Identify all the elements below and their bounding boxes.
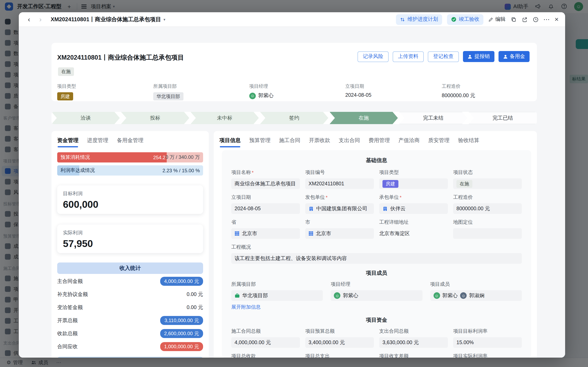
tab[interactable]: 产值洽商 <box>398 137 420 144</box>
fund-value-input[interactable]: 4,000,000.00 元 <box>231 337 300 348</box>
project-code-input[interactable]: XM2024110801 <box>305 178 374 189</box>
funds-grid: 施工合同总额 4,000,000.00 元 项目预算总额 3,400,000.0… <box>231 328 522 358</box>
stage-step[interactable]: 签约 <box>260 112 328 124</box>
dept-value: 华北项目部 <box>242 292 268 299</box>
tab[interactable]: 进度管理 <box>87 137 108 144</box>
tab[interactable]: 项目信息 <box>219 137 241 144</box>
summary-field-dept: 所属项目部 华北项目部 <box>153 83 245 100</box>
stage-step[interactable]: 投标 <box>121 112 189 124</box>
field-label: 项目经理 <box>249 83 341 89</box>
amount-label: 主合同金额 <box>57 278 83 285</box>
project-cost-input[interactable]: 8000000.00 元 <box>453 203 522 214</box>
person-icon <box>468 54 472 59</box>
modal-title-text: XM2024110801丨商业综合体施工总承包项目 <box>51 16 161 23</box>
map-location-input[interactable] <box>453 228 522 239</box>
edit-button[interactable]: 编辑 <box>488 16 505 23</box>
next-record-button[interactable]: › <box>37 16 44 23</box>
tab[interactable]: 资金管理 <box>57 137 78 144</box>
close-icon[interactable]: × <box>554 16 559 23</box>
manager-input[interactable]: ☺ 郭紫心 <box>331 290 423 301</box>
stage-step[interactable]: 完工已结 <box>469 112 537 124</box>
record-risk-button[interactable]: 记录风险 <box>358 51 389 62</box>
funds-panel-tabs: 资金管理进度管理备用金管理 <box>57 134 205 147</box>
stage-step[interactable]: 未中标 <box>191 112 259 124</box>
contractor-org-input[interactable]: 伙伴云 <box>379 203 448 214</box>
address-value[interactable]: 北京市海淀区 <box>379 228 448 239</box>
members-input[interactable]: ☺ 郭紫心 ☺ 郭淑娴 <box>430 290 522 301</box>
project-overview-input[interactable]: 该工程主要包括土建工程、设备安装和调试等内容 <box>231 253 522 264</box>
amount-row: 合同应收 1,000,000.00 元 <box>57 340 203 353</box>
completion-acceptance-button[interactable]: 竣工验收 <box>447 14 483 25</box>
member-name: 郭淑娴 <box>469 292 485 299</box>
tab[interactable]: 预算管理 <box>249 137 271 144</box>
tab[interactable]: 施工合同 <box>279 137 300 144</box>
tab[interactable]: 质安管理 <box>428 137 450 144</box>
owner-org-value: 中国建筑集团有限公司 <box>316 205 367 212</box>
project-info-tabs: 项目信息预算管理施工合同开票收款支出合同费用管理产值洽商质安管理验收结算 <box>219 134 533 147</box>
reserve-fund-button[interactable]: 备用金 <box>498 51 529 62</box>
tab-label: 进度管理 <box>87 137 108 143</box>
profit-bar-value: 2.23 % / 15.00 % <box>162 165 200 175</box>
fund-value-input[interactable]: 15.00% <box>453 337 522 348</box>
section-title-members: 项目成员 <box>231 269 522 277</box>
fund-value-input[interactable]: 3,630,000.00 元 <box>379 337 448 348</box>
summary-field-manager: 项目经理 ☺ 郭紫心 <box>249 83 341 99</box>
income-stats-button[interactable]: 收入统计 <box>57 262 203 274</box>
share-icon[interactable] <box>521 16 528 23</box>
app-root: 开发工作区-工程型 + 项目档案 ▾ AI助手 ☺ <box>0 0 588 367</box>
actual-profit-card: 实际利润 57,950 <box>57 225 203 253</box>
maintain-schedule-button[interactable]: 维护进度计划 <box>396 14 442 25</box>
expand-extra-info-link[interactable]: 展开附加信息 <box>231 304 323 311</box>
field-project-code: 项目编号 XM2024110801 <box>305 169 374 189</box>
amount-row: 收款总额 2,600,000.00 元 <box>57 327 203 340</box>
expense-stats-button-peek[interactable] <box>57 357 203 358</box>
stage-step[interactable]: 洽谈 <box>51 112 120 124</box>
field-manager: 项目经理 ☺ 郭紫心 <box>331 281 423 311</box>
prev-record-button[interactable]: ‹ <box>25 16 33 23</box>
register-inspection-button[interactable]: 登记检查 <box>428 51 459 62</box>
field-dept: 所属项目部 华北项目部 展开附加信息 <box>231 281 323 311</box>
grid-icon <box>308 231 313 236</box>
project-type-input[interactable]: 房建 <box>379 178 448 189</box>
budget-bar-label: 预算消耗情况 <box>60 152 90 162</box>
fund-field: 施工合同总额 4,000,000.00 元 <box>231 328 300 348</box>
province-input[interactable]: 北京市 <box>231 228 300 239</box>
chevron-down-icon[interactable]: ▾ <box>163 17 165 21</box>
upload-docs-button[interactable]: 上传资料 <box>393 51 424 62</box>
contractor-org-value: 伙伴云 <box>390 205 406 212</box>
stage-step[interactable]: 完工未结 <box>399 112 467 124</box>
start-date-input[interactable]: 2024-08-05 <box>231 203 300 214</box>
project-info-panel: 项目信息预算管理施工合同开票收款支出合同费用管理产值洽商质安管理验收结算 基础信… <box>214 131 537 358</box>
dept-input[interactable]: 华北项目部 <box>231 290 323 301</box>
briefcase-icon <box>235 293 240 298</box>
tab[interactable]: 支出合同 <box>339 137 360 144</box>
fund-label: 项目总支出 <box>305 353 330 358</box>
project-name-input[interactable]: 商业综合体施工总承包项目 <box>231 178 300 189</box>
fund-label: 支出合同总额 <box>379 328 409 335</box>
field-project-overview: 工程概况 该工程主要包括土建工程、设备安装和调试等内容 <box>231 244 522 264</box>
stage-step-label: 投标 <box>150 115 160 121</box>
target-profit-label: 目标利润 <box>63 190 197 197</box>
fund-value-input[interactable]: 3,400,000.00 元 <box>305 337 374 348</box>
project-status-badge: 在施 <box>456 180 472 188</box>
tab[interactable]: 开票收款 <box>309 137 330 144</box>
project-status-input[interactable]: 在施 <box>453 178 522 189</box>
project-info-form: 基础信息 项目名称* 商业综合体施工总承包项目 项目编号 XM202411080… <box>222 150 531 358</box>
city-input[interactable]: 北京市 <box>305 228 374 239</box>
copy-icon[interactable] <box>510 16 517 23</box>
field-project-cost: 工程造价 8000000.00 元 <box>453 194 522 214</box>
more-icon[interactable]: ⋯ <box>544 16 550 23</box>
tab[interactable]: 费用管理 <box>369 137 390 144</box>
fund-field: 支出合同总额 3,630,000.00 元 <box>379 328 448 348</box>
field-label: 所属项目部 <box>153 83 245 89</box>
tab[interactable]: 验收结算 <box>458 137 479 144</box>
stage-step[interactable]: 在施 <box>330 112 398 124</box>
owner-org-input[interactable]: 中国建筑集团有限公司 <box>305 203 374 214</box>
completion-acceptance-label: 竣工验收 <box>459 16 479 23</box>
submit-expense-button[interactable]: 提报销 <box>463 51 494 62</box>
history-icon[interactable] <box>532 16 538 23</box>
amount-value-badge: 2,600,000.00 元 <box>160 329 203 338</box>
submit-expense-label: 提报销 <box>474 53 490 60</box>
dept-badge: 华北项目部 <box>153 92 183 100</box>
tab[interactable]: 备用金管理 <box>117 137 144 144</box>
